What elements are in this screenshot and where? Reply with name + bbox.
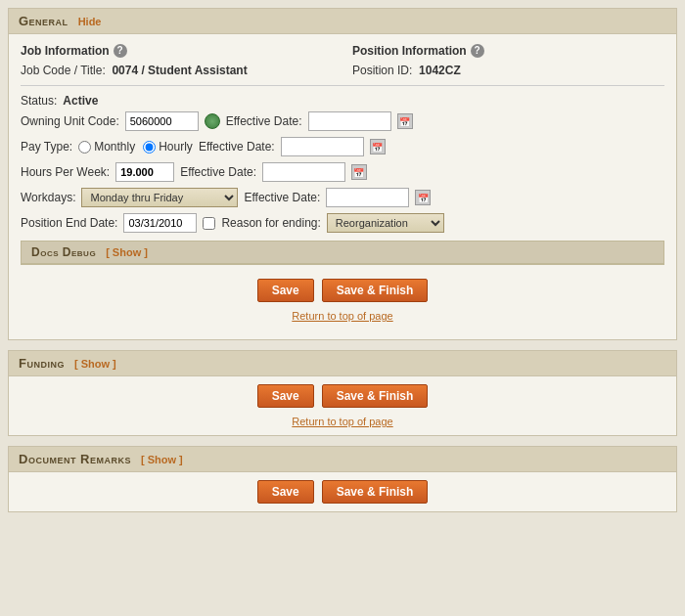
pay-type-hourly-option[interactable]: Hourly — [143, 140, 193, 154]
status-label: Status: — [21, 94, 57, 108]
position-end-date-row: Position End Date: Reason for ending: Re… — [21, 213, 664, 233]
job-code-text: 0074 / Student Assistant — [112, 64, 247, 77]
document-remarks-button-row: Save Save & Finish — [9, 472, 676, 511]
position-info-header: Position Information ? — [352, 44, 664, 58]
document-remarks-toggle-link[interactable]: [ Show ] — [141, 454, 183, 465]
docs-debug-title: Docs Debug — [31, 245, 96, 259]
funding-button-row: Save Save & Finish — [9, 376, 676, 416]
pay-type-effective-date-label: Effective Date: — [199, 140, 275, 154]
owning-unit-input[interactable] — [125, 111, 199, 131]
calendar-icon-2[interactable]: 📅 — [370, 139, 386, 154]
workdays-effective-date-label: Effective Date: — [244, 191, 320, 204]
document-remarks-save-button[interactable]: Save — [257, 480, 314, 504]
document-remarks-section: Document Remarks [ Show ] Save Save & Fi… — [8, 446, 677, 512]
general-return-link[interactable]: Return to top of page — [21, 310, 664, 330]
owning-unit-effective-date-input[interactable] — [308, 111, 391, 131]
owning-unit-row: Owning Unit Code: Effective Date: 📅 — [21, 111, 664, 131]
general-save-finish-button[interactable]: Save & Finish — [322, 279, 429, 302]
pay-type-radio-group: Monthly Hourly — [78, 140, 193, 154]
workdays-label: Workdays: — [21, 191, 75, 204]
funding-section-title: Funding — [19, 356, 65, 371]
document-remarks-save-finish-button[interactable]: Save & Finish — [322, 480, 429, 504]
general-section-title: General — [19, 14, 68, 28]
position-end-date-input[interactable] — [123, 213, 197, 233]
workdays-select[interactable]: Monday thru Friday Monday thru Saturday … — [81, 188, 238, 207]
hours-effective-date-input[interactable] — [262, 162, 345, 182]
hours-effective-date-label: Effective Date: — [180, 165, 256, 179]
position-info-help-icon[interactable]: ? — [471, 44, 484, 58]
calendar-icon-4[interactable]: 📅 — [415, 190, 431, 205]
hours-per-week-row: Hours Per Week: Effective Date: 📅 — [21, 162, 664, 182]
general-section: General Hide Job Information ? Job Code … — [8, 8, 677, 340]
funding-save-button[interactable]: Save — [257, 384, 314, 408]
position-info-col: Position Information ? Position ID: 1042… — [352, 44, 664, 79]
general-section-content: Job Information ? Job Code / Title: 0074… — [9, 34, 676, 339]
docs-debug-header: Docs Debug [ Show ] — [22, 242, 663, 264]
pay-type-hourly-radio[interactable] — [143, 141, 156, 154]
pay-type-label: Pay Type: — [21, 140, 72, 154]
pay-type-monthly-label: Monthly — [94, 140, 135, 154]
pay-type-hourly-label: Hourly — [159, 140, 193, 154]
general-button-row: Save Save & Finish — [21, 271, 664, 310]
workdays-effective-date-input[interactable] — [326, 188, 409, 207]
reason-for-ending-select[interactable]: Reorganization Budget Other — [327, 213, 444, 233]
calendar-icon-3[interactable]: 📅 — [351, 164, 367, 180]
funding-section: Funding [ Show ] Save Save & Finish Retu… — [8, 350, 677, 436]
docs-debug-section: Docs Debug [ Show ] — [21, 241, 664, 265]
document-remarks-section-title: Document Remarks — [19, 452, 131, 466]
status-value: Active — [63, 94, 98, 108]
page-wrapper: General Hide Job Information ? Job Code … — [0, 0, 685, 530]
pay-type-row: Pay Type: Monthly Hourly Effective Date:… — [21, 137, 664, 156]
pay-type-monthly-radio[interactable] — [78, 141, 91, 154]
owning-unit-label: Owning Unit Code: — [21, 114, 119, 128]
status-row: Status: Active — [21, 94, 664, 108]
position-id-value: Position ID: 1042CZ — [352, 62, 664, 79]
globe-icon[interactable] — [205, 113, 220, 129]
info-columns: Job Information ? Job Code / Title: 0074… — [21, 44, 664, 86]
position-end-date-checkbox[interactable] — [203, 217, 215, 230]
job-code-label: Job Code / Title: — [21, 64, 106, 77]
funding-toggle-link[interactable]: [ Show ] — [74, 358, 116, 370]
job-code-value: Job Code / Title: 0074 / Student Assista… — [21, 62, 333, 79]
position-info-label: Position Information — [352, 44, 467, 58]
job-info-label: Job Information — [21, 44, 110, 58]
general-section-header: General Hide — [9, 9, 676, 34]
effective-date-label-1: Effective Date: — [226, 114, 302, 128]
general-save-button[interactable]: Save — [257, 279, 314, 302]
position-id-text: 1042CZ — [419, 64, 461, 77]
funding-section-header: Funding [ Show ] — [9, 351, 676, 376]
document-remarks-section-header: Document Remarks [ Show ] — [9, 447, 676, 472]
job-info-header: Job Information ? — [21, 44, 333, 58]
pay-type-monthly-option[interactable]: Monthly — [78, 140, 135, 154]
reason-for-ending-label: Reason for ending: — [221, 216, 320, 230]
funding-save-finish-button[interactable]: Save & Finish — [322, 384, 429, 408]
pay-type-effective-date-input[interactable] — [281, 137, 364, 156]
docs-debug-toggle[interactable]: [ Show ] — [106, 246, 148, 258]
hours-per-week-label: Hours Per Week: — [21, 165, 110, 179]
hours-per-week-input[interactable] — [115, 162, 174, 182]
position-id-label: Position ID: — [352, 64, 412, 77]
job-info-col: Job Information ? Job Code / Title: 0074… — [21, 44, 333, 79]
general-toggle-link[interactable]: Hide — [78, 16, 102, 27]
funding-return-link[interactable]: Return to top of page — [9, 416, 676, 435]
calendar-icon-1[interactable]: 📅 — [397, 113, 413, 129]
workdays-row: Workdays: Monday thru Friday Monday thru… — [21, 188, 664, 207]
job-info-help-icon[interactable]: ? — [114, 44, 127, 58]
position-end-date-label: Position End Date: — [21, 216, 117, 230]
